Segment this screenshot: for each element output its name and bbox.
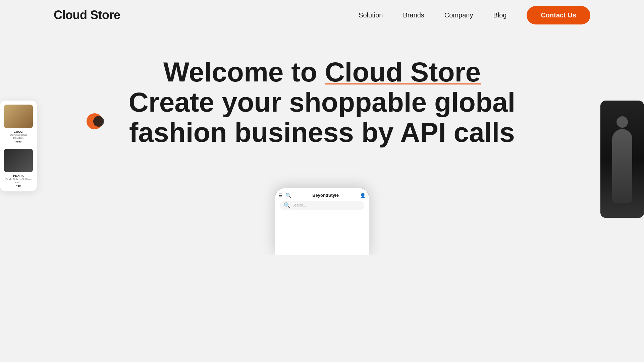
- phone-menu-icon: ☰: [278, 193, 283, 198]
- product-name-1: Dionysus small shoulder...: [4, 133, 33, 139]
- product-image-2: [4, 149, 33, 172]
- phone-search-icon-inner: 🔍: [284, 202, 290, 208]
- product-image-1: [4, 105, 33, 128]
- product-price-2: ¥50: [4, 184, 33, 187]
- hero-title: Welcome to Cloud Store: [7, 57, 637, 87]
- phone-user-icon: 👤: [360, 193, 366, 198]
- phone-search-placeholder: Search...: [292, 203, 306, 207]
- hero-images-row: ← ↑ 🏆 热卖榜单 根据72小时内官方销售数据排序 美护榜 男鞋榜 女鞋榜 女…: [7, 168, 637, 255]
- brand-label-2: PRADA: [4, 174, 33, 178]
- nav-solution[interactable]: Solution: [359, 11, 383, 19]
- hero-section: Welcome to Cloud Store Create your shopp…: [0, 30, 644, 255]
- figure-head: [616, 116, 628, 128]
- contact-us-button[interactable]: Contact Us: [527, 6, 590, 24]
- nav-links: Solution Brands Company Blog Contact Us: [359, 6, 590, 24]
- phone-brand-name: BeyondStyle: [294, 193, 357, 198]
- nav-company[interactable]: Company: [444, 11, 473, 19]
- right-fashion-card: [600, 101, 644, 218]
- brand-label-1: GUCCI: [4, 130, 33, 133]
- figure-body: [612, 129, 632, 203]
- dark-circle-decoration: [93, 116, 104, 127]
- nav-brands[interactable]: Brands: [403, 11, 424, 19]
- hero-subtitle-line2: Create your shoppable global: [7, 87, 637, 117]
- phone-nav-bar: ☰ 🔍 BeyondStyle 👤: [278, 191, 366, 201]
- phone-search-bar[interactable]: 🔍 Search...: [280, 201, 364, 210]
- product-price-1: ¥990: [4, 140, 33, 143]
- hero-brand-name: Cloud Store: [325, 57, 481, 87]
- fashion-figure: [600, 101, 644, 218]
- hero-title-prefix: Welcome to: [163, 57, 325, 87]
- left-product-card: GUCCI Dionysus small shoulder... ¥990 PR…: [0, 101, 37, 191]
- site-logo: Cloud Store: [54, 8, 120, 22]
- phone-inner: ☰ 🔍 BeyondStyle 👤 🔍 Search...: [275, 188, 369, 255]
- phone-search-icon: 🔍: [285, 193, 291, 198]
- nav-blog[interactable]: Blog: [493, 11, 506, 19]
- center-phone-mockup: ☰ 🔍 BeyondStyle 👤 🔍 Search...: [275, 188, 369, 255]
- navbar: Cloud Store Solution Brands Company Blog…: [0, 0, 644, 30]
- card-divider: [4, 146, 33, 146]
- product-name-2: Prada Galleria Saffiano leath...: [4, 178, 33, 184]
